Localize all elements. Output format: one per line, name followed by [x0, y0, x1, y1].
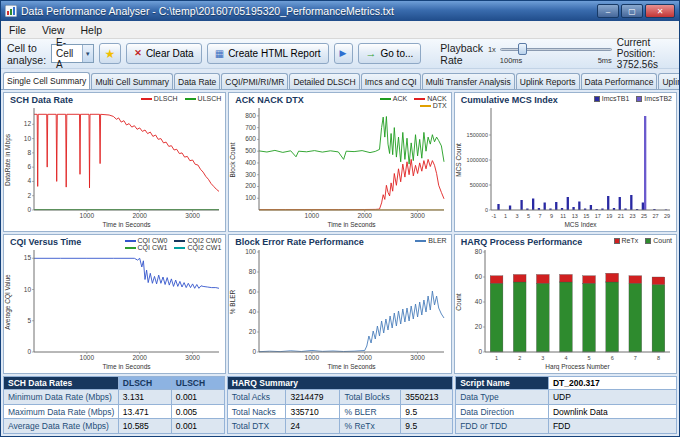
- legend-label: DLSCH: [154, 95, 178, 102]
- create-html-report-button[interactable]: ▦ Create HTML Report: [207, 43, 329, 64]
- script-name-value: DT_200.317: [548, 377, 676, 390]
- harq-summary-table: HARQ Summary Total Acks 3214479 Total Bl…: [227, 376, 453, 434]
- legend-marker-icon: [645, 238, 651, 244]
- legend-item: BLER: [415, 237, 446, 244]
- tab-content: SCH Data Rate DLSCHULSCH 024681012100020…: [1, 89, 679, 436]
- svg-text:23: 23: [629, 213, 635, 219]
- menu-file[interactable]: File: [1, 22, 34, 38]
- tab-cqi-pmi-ri-mr[interactable]: CQI/PMI/RI/MR: [221, 73, 288, 89]
- legend-item: DTX: [420, 102, 447, 109]
- favourite-button[interactable]: ★: [99, 43, 122, 64]
- svg-text:0: 0: [485, 207, 488, 213]
- svg-text:11: 11: [560, 213, 566, 219]
- legend-item: CQI CW1: [125, 244, 168, 251]
- menu-help[interactable]: Help: [73, 22, 111, 38]
- menu-view[interactable]: View: [34, 22, 73, 38]
- table-header: HARQ Summary: [227, 377, 452, 390]
- chevron-down-icon[interactable]: ▼: [82, 45, 93, 62]
- legend-label: CQI CW1: [138, 244, 168, 251]
- legend-item: NACK: [414, 95, 446, 102]
- play-icon: ▶: [340, 49, 347, 58]
- chart-legend: CQI CW0CQI2 CW0CQI CW1CQI2 CW1: [121, 237, 221, 251]
- cell-value: 335710: [286, 404, 340, 419]
- chart-legend: DLSCHULSCH: [141, 95, 221, 102]
- legend-marker-icon: [380, 98, 391, 100]
- cell-value: 9.5: [401, 419, 453, 434]
- cumulative-mcs-index-chart: 050000010000001500000-113579111315171921…: [455, 106, 675, 230]
- chart-legend: ImcsTB1ImcsTB2: [594, 95, 672, 102]
- row-label: % ReTx: [340, 419, 401, 434]
- cell-value: 3.131: [118, 390, 171, 405]
- close-button-icon[interactable]: ✕: [645, 4, 675, 18]
- goto-button[interactable]: → Go to...: [358, 43, 422, 64]
- table-row: Average Data Rate (Mbps) 10.585 0.001: [4, 419, 225, 434]
- row-label: Total DTX: [227, 419, 286, 434]
- svg-text:29: 29: [664, 213, 670, 219]
- row-label: Minimum Data Rate (Mbps): [4, 390, 119, 405]
- column-header-dlsch: DLSCH: [118, 377, 171, 390]
- cell-value: 10.585: [118, 419, 171, 434]
- svg-text:12: 12: [24, 120, 32, 127]
- chart-panel-sch-data-rate: SCH Data Rate DLSCHULSCH 024681012100020…: [3, 92, 226, 232]
- cell-select[interactable]: E-Cell A ▼: [51, 44, 93, 63]
- svg-text:Count: Count: [455, 293, 462, 311]
- tab-data-rate[interactable]: Data Rate: [174, 73, 220, 89]
- app-window: Data Performance Analyser - C:\temp\2016…: [0, 0, 680, 437]
- star-icon: ★: [105, 48, 116, 60]
- svg-text:% BLER: % BLER: [229, 289, 236, 314]
- slider-thumb[interactable]: [518, 43, 527, 55]
- svg-text:1500000: 1500000: [466, 132, 487, 138]
- cell-to-analyse-label: Cell to analyse:: [7, 42, 46, 66]
- maximize-button-icon[interactable]: ▢: [621, 4, 643, 18]
- svg-text:17: 17: [594, 213, 600, 219]
- minimize-button-icon[interactable]: –: [597, 4, 619, 18]
- tab-detailed-dlsch[interactable]: Detailed DLSCH: [289, 73, 359, 89]
- tab-multi-cell-summary[interactable]: Multi Cell Summary: [91, 73, 173, 89]
- svg-text:2: 2: [518, 355, 521, 361]
- svg-text:400: 400: [245, 159, 256, 166]
- svg-text:1000000: 1000000: [466, 157, 487, 163]
- svg-text:1000: 1000: [305, 212, 320, 219]
- svg-text:0: 0: [27, 348, 31, 355]
- cell-value: 9.5: [401, 404, 453, 419]
- chart-legend: ACKNACKDTX: [347, 95, 447, 109]
- svg-text:0: 0: [478, 348, 482, 355]
- svg-text:100: 100: [245, 248, 256, 255]
- cell-select-value: E-Cell A: [56, 37, 82, 70]
- svg-text:1: 1: [504, 213, 507, 219]
- slider-rail[interactable]: [500, 48, 612, 51]
- svg-text:Time in Seconds: Time in Seconds: [102, 221, 151, 228]
- svg-text:1: 1: [495, 355, 498, 361]
- cell-value: 13.471: [118, 404, 171, 419]
- svg-text:600: 600: [245, 135, 256, 142]
- tab-single-cell-summary[interactable]: Single Cell Summary: [3, 72, 90, 89]
- tab-imcs-and-cqi[interactable]: Imcs and CQI: [361, 73, 421, 89]
- app-icon: [5, 5, 17, 17]
- svg-text:15: 15: [583, 213, 589, 219]
- row-label: Total Blocks: [340, 390, 401, 405]
- legend-label: CQI CW0: [138, 237, 168, 244]
- tab-data-performance[interactable]: Data Performance: [581, 73, 658, 89]
- tab-uplink-reports[interactable]: Uplink Reports: [516, 73, 580, 89]
- row-label: FDD or TDD: [456, 419, 549, 434]
- svg-text:20: 20: [474, 323, 482, 330]
- legend-label: BLER: [428, 237, 446, 244]
- slider-track[interactable]: [500, 42, 612, 56]
- table-row: Total Nacks 335710 % BLER 9.5: [227, 404, 452, 419]
- legend-label: Count: [653, 237, 672, 244]
- svg-text:3: 3: [515, 213, 518, 219]
- svg-text:Harq Process Number: Harq Process Number: [545, 363, 610, 371]
- clear-data-button[interactable]: ✕ Clear Data: [126, 43, 201, 64]
- legend-marker-icon: [125, 247, 136, 249]
- play-button[interactable]: ▶: [334, 43, 353, 64]
- svg-text:8: 8: [657, 355, 660, 361]
- row-label: Maximum Data Rate (Mbps): [4, 404, 119, 419]
- rate-multiplier-label: 1x: [488, 45, 496, 54]
- svg-text:Time in Seconds: Time in Seconds: [328, 221, 377, 228]
- legend-label: ReTx: [622, 237, 639, 244]
- tab-uplink-summary[interactable]: Uplink Summary: [658, 73, 679, 89]
- rate-max-label: 5ms: [598, 56, 612, 65]
- legend-label: NACK: [427, 95, 446, 102]
- svg-text:0: 0: [27, 206, 31, 213]
- tab-multi-transfer-analysis[interactable]: Multi Transfer Analysis: [422, 73, 515, 89]
